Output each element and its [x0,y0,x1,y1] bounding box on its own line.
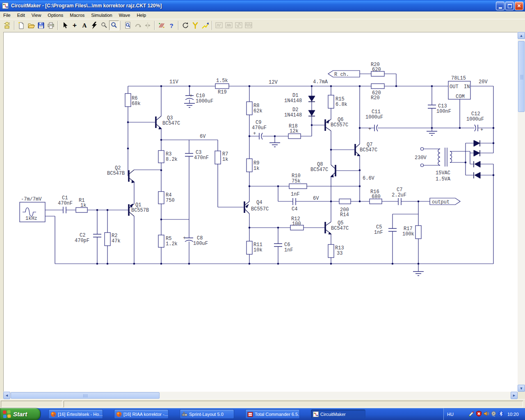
component-label: 470pF [75,238,89,244]
new-button[interactable] [16,21,26,30]
probe-button[interactable] [200,21,210,30]
component-label: 8.2k [166,157,178,162]
scroll-right-button[interactable]: ► [511,392,518,399]
component-label: 1.5k [216,78,228,84]
volume-icon[interactable] [483,411,489,418]
horizontal-scroll-thumb[interactable] [11,392,160,399]
print-button[interactable] [46,21,56,30]
component-label: R2 [112,233,117,239]
circuitmaker-icon [313,411,319,417]
component-label: Q5 [338,220,343,226]
magnify-wand-button[interactable] [99,21,109,30]
vertical-scrollbar[interactable]: ▲ ▼ [518,32,525,392]
component-label: 1nF [284,247,293,253]
taskbar-task--16-riaa-korrektor-[interactable]: [16] RIAA korrektor -... [114,409,169,419]
check-rules-icon [158,21,166,30]
scroll-left-button[interactable]: ◄ [3,392,10,399]
sprint-layout-icon [182,411,187,417]
component-label: 1k [253,166,259,171]
menu-item-macros[interactable]: Macros [66,12,88,18]
wave-d-button[interactable] [244,21,253,30]
trace-tool-button[interactable] [190,21,200,30]
component-label: 470nF [194,155,209,161]
menu-item-view[interactable]: View [28,12,45,18]
delete-tool-button[interactable] [89,21,99,30]
digital-analog-button[interactable] [157,21,167,30]
scrollbar-corner [518,392,525,399]
restore-button[interactable] [505,2,514,10]
reset-button[interactable] [180,21,190,30]
security-shield-icon[interactable] [476,411,482,418]
component-label: 6.6V [363,176,375,181]
taskbar-task-sprint-layout-5-0[interactable]: Sprint-Layout 5.0 [180,409,234,419]
fit-page-button[interactable] [123,21,133,30]
menu-item-file[interactable]: File [0,12,14,18]
component-label: R8 [253,103,259,109]
component-label: 100nF [436,109,451,114]
text-tool-button[interactable]: A [80,21,89,30]
menu-item-simulation[interactable]: Simulation [88,12,115,18]
component-label: C12 [471,111,480,117]
menu-item-edit[interactable]: Edit [14,12,28,18]
taskbar-task-total-commander-6-5-[interactable]: Total Commander 6.5... [245,409,300,419]
wire-tool-button[interactable]: + [70,21,80,30]
scroll-up-button[interactable]: ▲ [518,32,525,39]
rotate-button[interactable] [133,21,143,30]
minimize-button[interactable] [496,2,504,10]
taskbar-task-circuitmaker[interactable]: CircuitMaker [311,409,365,419]
cursor-icon [61,21,69,30]
wave-a-button[interactable] [214,21,224,30]
component-label: 1.2k [166,241,178,247]
waveform-d-icon [244,21,253,30]
component-label: 1k [222,157,228,162]
lightning-icon [90,21,98,30]
start-button[interactable]: Start [0,408,40,420]
circuitmaker-app-icon [2,2,9,9]
wave-c-button[interactable] [234,21,244,30]
horizontal-scrollbar[interactable]: ◄ ► [3,392,518,399]
component-label: 1nF [374,230,383,235]
menu-item-help[interactable]: Help [133,12,149,18]
zoom-tool-button[interactable] [109,21,119,30]
component-label: 4.7mA [313,79,328,85]
taskbar-task--16-rtes-t-sek-ho-[interactable]: [16] Értesítések - Ho... [48,409,103,419]
open-button[interactable] [26,21,36,30]
menu-item-wave[interactable]: Wave [116,12,134,18]
component-label: R19 [218,89,227,95]
start-label: Start [13,411,27,418]
arrow-tool-button[interactable] [60,21,70,30]
window-title: CircuitMaker - [C:\Program Files\...\mm … [11,3,162,9]
component-label: Q7 [367,142,372,148]
wave-b-button[interactable] [224,21,234,30]
component-label: 33 [337,251,342,256]
close-button[interactable]: ✕ [515,2,523,10]
component-label: R ch. [334,72,349,78]
parts-browser-button[interactable] [2,21,12,30]
audio-device-icon[interactable] [491,411,497,418]
component-label: 620 [372,67,381,73]
component-label: 75k [292,178,301,184]
language-indicator[interactable]: HU [447,412,457,417]
component-label: 470uF [252,125,267,131]
vertical-scroll-thumb[interactable] [518,41,525,112]
status-cell-left [1,401,62,407]
component-label: 1.5VA [436,176,451,182]
bluetooth-icon[interactable] [498,411,504,418]
pen-tablet-icon[interactable] [468,411,475,418]
wrench-icon [191,21,199,30]
component-label: 100uF [193,241,208,247]
windows-flag-icon [2,409,11,419]
save-button[interactable] [36,21,46,30]
scroll-down-button[interactable]: ▼ [518,385,525,392]
menu-bar: FileEditViewOptionsMacrosSimulationWaveH… [0,11,525,19]
component-label: R13 [335,245,344,251]
open-folder-icon [27,21,35,30]
mirror-button[interactable] [143,21,153,30]
schematic-canvas[interactable]: -7m/7mV1kHzC1470nFR11kC2470pFR247kQ1BC55… [3,32,518,392]
component-label: COM [456,94,465,100]
text-tool-icon: A [82,22,87,29]
help-button[interactable]: ? [167,21,176,30]
menu-item-options[interactable]: Options [44,12,66,18]
component-label: R5 [166,236,171,242]
component-label: C10 [196,93,205,99]
